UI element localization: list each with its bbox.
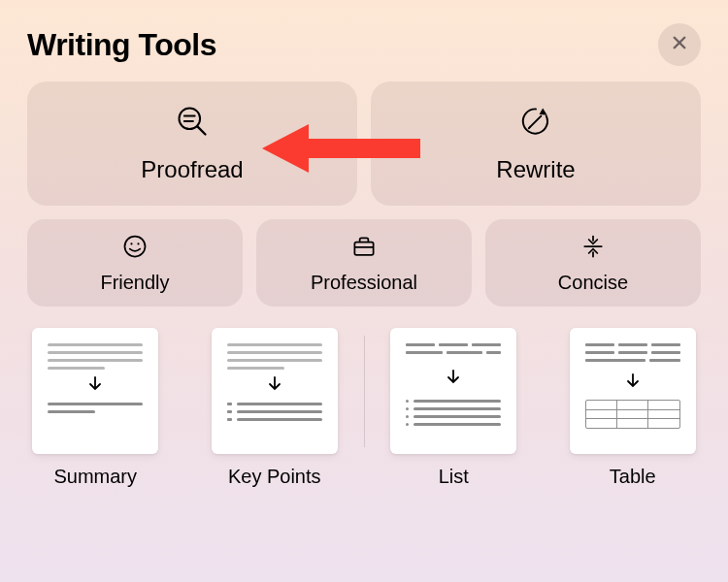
close-icon xyxy=(671,34,688,55)
concise-label: Concise xyxy=(558,272,628,294)
summary-label: Summary xyxy=(53,466,137,488)
table-preview xyxy=(570,328,696,454)
summary-preview xyxy=(32,328,158,454)
table-button[interactable]: Table xyxy=(565,328,702,488)
svg-point-11 xyxy=(137,242,139,244)
svg-point-10 xyxy=(130,242,132,244)
list-label: List xyxy=(439,466,469,488)
concise-button[interactable]: Concise xyxy=(485,219,701,307)
summary-button[interactable]: Summary xyxy=(27,328,164,488)
rewrite-button[interactable]: Rewrite xyxy=(371,81,701,206)
key-points-button[interactable]: Key Points xyxy=(207,328,344,488)
arrow-down-icon xyxy=(625,372,641,392)
list-button[interactable]: List xyxy=(385,328,522,488)
professional-label: Professional xyxy=(311,272,417,294)
smile-icon xyxy=(121,233,149,264)
arrow-down-icon xyxy=(267,375,282,395)
arrow-down-icon xyxy=(87,375,103,395)
circular-pencil-icon xyxy=(518,104,553,143)
table-label: Table xyxy=(610,466,656,488)
proofread-button[interactable]: Proofread xyxy=(27,81,357,206)
key-points-preview xyxy=(212,328,338,454)
arrow-down-icon xyxy=(446,369,461,388)
svg-line-6 xyxy=(531,116,542,127)
svg-rect-12 xyxy=(354,242,373,254)
briefcase-icon xyxy=(350,233,378,264)
format-divider xyxy=(364,336,365,447)
professional-button[interactable]: Professional xyxy=(256,219,472,307)
magnifier-lines-icon xyxy=(175,104,210,143)
rewrite-label: Rewrite xyxy=(496,156,575,183)
list-preview xyxy=(390,328,516,454)
friendly-label: Friendly xyxy=(100,272,169,294)
collapse-icon xyxy=(579,233,607,264)
proofread-label: Proofread xyxy=(141,156,243,183)
friendly-button[interactable]: Friendly xyxy=(27,219,243,307)
svg-point-9 xyxy=(125,236,146,256)
close-button[interactable] xyxy=(658,23,701,66)
key-points-label: Key Points xyxy=(228,466,321,488)
page-title: Writing Tools xyxy=(27,27,216,63)
svg-line-3 xyxy=(197,126,205,134)
